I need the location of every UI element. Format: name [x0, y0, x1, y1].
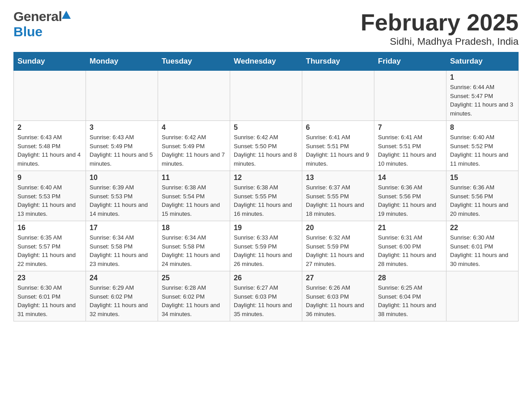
- day-number: 26: [234, 274, 298, 282]
- day-number: 15: [450, 174, 515, 182]
- day-number: 19: [234, 224, 298, 232]
- calendar-cell: [302, 71, 374, 121]
- calendar-cell: 16Sunrise: 6:35 AMSunset: 5:57 PMDayligh…: [14, 221, 86, 271]
- calendar-cell: [158, 71, 230, 121]
- day-number: 24: [90, 274, 154, 282]
- calendar-cell: 24Sunrise: 6:29 AMSunset: 6:02 PMDayligh…: [86, 271, 158, 321]
- calendar-cell: 22Sunrise: 6:30 AMSunset: 6:01 PMDayligh…: [446, 221, 519, 271]
- calendar-cell: [86, 71, 158, 121]
- day-number: 1: [450, 73, 515, 81]
- day-number: 9: [17, 174, 82, 182]
- col-saturday: Saturday: [446, 52, 519, 71]
- logo: General Blue: [13, 9, 71, 39]
- calendar-cell: 15Sunrise: 6:36 AMSunset: 5:56 PMDayligh…: [446, 171, 519, 221]
- logo-general: General: [13, 9, 62, 24]
- day-number: 6: [306, 124, 370, 132]
- day-number: 3: [90, 124, 154, 132]
- day-info: Sunrise: 6:43 AMSunset: 5:48 PMDaylight:…: [17, 133, 82, 168]
- day-info: Sunrise: 6:38 AMSunset: 5:54 PMDaylight:…: [162, 183, 226, 218]
- calendar-cell: 7Sunrise: 6:41 AMSunset: 5:51 PMDaylight…: [374, 121, 446, 171]
- calendar-week-row: 23Sunrise: 6:30 AMSunset: 6:01 PMDayligh…: [14, 271, 519, 321]
- day-number: 16: [17, 224, 82, 232]
- logo-triangle-icon: [62, 11, 71, 19]
- day-info: Sunrise: 6:38 AMSunset: 5:55 PMDaylight:…: [234, 183, 298, 218]
- calendar-cell: 5Sunrise: 6:42 AMSunset: 5:50 PMDaylight…: [230, 121, 302, 171]
- calendar-cell: 9Sunrise: 6:40 AMSunset: 5:53 PMDaylight…: [14, 171, 86, 221]
- day-info: Sunrise: 6:44 AMSunset: 5:47 PMDaylight:…: [450, 83, 515, 118]
- calendar-cell: 21Sunrise: 6:31 AMSunset: 6:00 PMDayligh…: [374, 221, 446, 271]
- day-number: 5: [234, 124, 298, 132]
- day-info: Sunrise: 6:29 AMSunset: 6:02 PMDaylight:…: [90, 283, 154, 318]
- col-thursday: Thursday: [302, 52, 374, 71]
- col-friday: Friday: [374, 52, 446, 71]
- calendar-cell: 3Sunrise: 6:43 AMSunset: 5:49 PMDaylight…: [86, 121, 158, 171]
- day-number: 2: [17, 124, 82, 132]
- day-info: Sunrise: 6:43 AMSunset: 5:49 PMDaylight:…: [90, 133, 154, 168]
- day-number: 23: [17, 274, 82, 282]
- day-info: Sunrise: 6:39 AMSunset: 5:53 PMDaylight:…: [90, 183, 154, 218]
- svg-marker-0: [62, 11, 71, 19]
- calendar-cell: [14, 71, 86, 121]
- day-info: Sunrise: 6:41 AMSunset: 5:51 PMDaylight:…: [378, 133, 442, 168]
- col-sunday: Sunday: [14, 52, 86, 71]
- day-info: Sunrise: 6:37 AMSunset: 5:55 PMDaylight:…: [306, 183, 370, 218]
- day-info: Sunrise: 6:34 AMSunset: 5:58 PMDaylight:…: [90, 233, 154, 268]
- day-info: Sunrise: 6:34 AMSunset: 5:58 PMDaylight:…: [162, 233, 226, 268]
- day-info: Sunrise: 6:40 AMSunset: 5:52 PMDaylight:…: [450, 133, 515, 168]
- day-info: Sunrise: 6:31 AMSunset: 6:00 PMDaylight:…: [378, 233, 442, 268]
- page-title: February 2025: [360, 9, 519, 36]
- calendar-cell: 17Sunrise: 6:34 AMSunset: 5:58 PMDayligh…: [86, 221, 158, 271]
- day-number: 22: [450, 224, 515, 232]
- calendar-cell: 1Sunrise: 6:44 AMSunset: 5:47 PMDaylight…: [446, 71, 519, 121]
- calendar-cell: 19Sunrise: 6:33 AMSunset: 5:59 PMDayligh…: [230, 221, 302, 271]
- day-info: Sunrise: 6:35 AMSunset: 5:57 PMDaylight:…: [17, 233, 82, 268]
- col-tuesday: Tuesday: [158, 52, 230, 71]
- calendar-cell: 2Sunrise: 6:43 AMSunset: 5:48 PMDaylight…: [14, 121, 86, 171]
- day-number: 17: [90, 224, 154, 232]
- calendar-week-row: 9Sunrise: 6:40 AMSunset: 5:53 PMDaylight…: [14, 171, 519, 221]
- calendar-cell: [230, 71, 302, 121]
- day-number: 10: [90, 174, 154, 182]
- day-number: 7: [378, 124, 442, 132]
- calendar-header-row: Sunday Monday Tuesday Wednesday Thursday…: [14, 52, 519, 71]
- day-info: Sunrise: 6:36 AMSunset: 5:56 PMDaylight:…: [378, 183, 442, 218]
- day-info: Sunrise: 6:26 AMSunset: 6:03 PMDaylight:…: [306, 283, 370, 318]
- calendar-cell: 14Sunrise: 6:36 AMSunset: 5:56 PMDayligh…: [374, 171, 446, 221]
- calendar-cell: 13Sunrise: 6:37 AMSunset: 5:55 PMDayligh…: [302, 171, 374, 221]
- day-info: Sunrise: 6:30 AMSunset: 6:01 PMDaylight:…: [450, 233, 515, 268]
- day-number: 18: [162, 224, 226, 232]
- logo-blue: Blue: [13, 24, 43, 39]
- day-info: Sunrise: 6:28 AMSunset: 6:02 PMDaylight:…: [162, 283, 226, 318]
- day-info: Sunrise: 6:40 AMSunset: 5:53 PMDaylight:…: [17, 183, 82, 218]
- day-number: 21: [378, 224, 442, 232]
- calendar-cell: 10Sunrise: 6:39 AMSunset: 5:53 PMDayligh…: [86, 171, 158, 221]
- calendar-week-row: 16Sunrise: 6:35 AMSunset: 5:57 PMDayligh…: [14, 221, 519, 271]
- calendar-cell: [446, 271, 519, 321]
- day-info: Sunrise: 6:30 AMSunset: 6:01 PMDaylight:…: [17, 283, 82, 318]
- day-info: Sunrise: 6:42 AMSunset: 5:50 PMDaylight:…: [234, 133, 298, 168]
- title-block: February 2025 Sidhi, Madhya Pradesh, Ind…: [360, 9, 519, 47]
- day-info: Sunrise: 6:32 AMSunset: 5:59 PMDaylight:…: [306, 233, 370, 268]
- day-info: Sunrise: 6:33 AMSunset: 5:59 PMDaylight:…: [234, 233, 298, 268]
- page-header: General Blue February 2025 Sidhi, Madhya…: [13, 9, 519, 47]
- day-info: Sunrise: 6:36 AMSunset: 5:56 PMDaylight:…: [450, 183, 515, 218]
- day-number: 12: [234, 174, 298, 182]
- day-number: 13: [306, 174, 370, 182]
- day-info: Sunrise: 6:41 AMSunset: 5:51 PMDaylight:…: [306, 133, 370, 168]
- day-number: 11: [162, 174, 226, 182]
- calendar-week-row: 1Sunrise: 6:44 AMSunset: 5:47 PMDaylight…: [14, 71, 519, 121]
- calendar-cell: 25Sunrise: 6:28 AMSunset: 6:02 PMDayligh…: [158, 271, 230, 321]
- calendar-cell: 28Sunrise: 6:25 AMSunset: 6:04 PMDayligh…: [374, 271, 446, 321]
- day-number: 8: [450, 124, 515, 132]
- calendar-cell: 18Sunrise: 6:34 AMSunset: 5:58 PMDayligh…: [158, 221, 230, 271]
- day-number: 28: [378, 274, 442, 282]
- calendar-cell: 26Sunrise: 6:27 AMSunset: 6:03 PMDayligh…: [230, 271, 302, 321]
- calendar-cell: [374, 71, 446, 121]
- calendar-cell: 23Sunrise: 6:30 AMSunset: 6:01 PMDayligh…: [14, 271, 86, 321]
- day-info: Sunrise: 6:42 AMSunset: 5:49 PMDaylight:…: [162, 133, 226, 168]
- day-info: Sunrise: 6:25 AMSunset: 6:04 PMDaylight:…: [378, 283, 442, 318]
- day-number: 4: [162, 124, 226, 132]
- day-number: 25: [162, 274, 226, 282]
- calendar-cell: 27Sunrise: 6:26 AMSunset: 6:03 PMDayligh…: [302, 271, 374, 321]
- col-monday: Monday: [86, 52, 158, 71]
